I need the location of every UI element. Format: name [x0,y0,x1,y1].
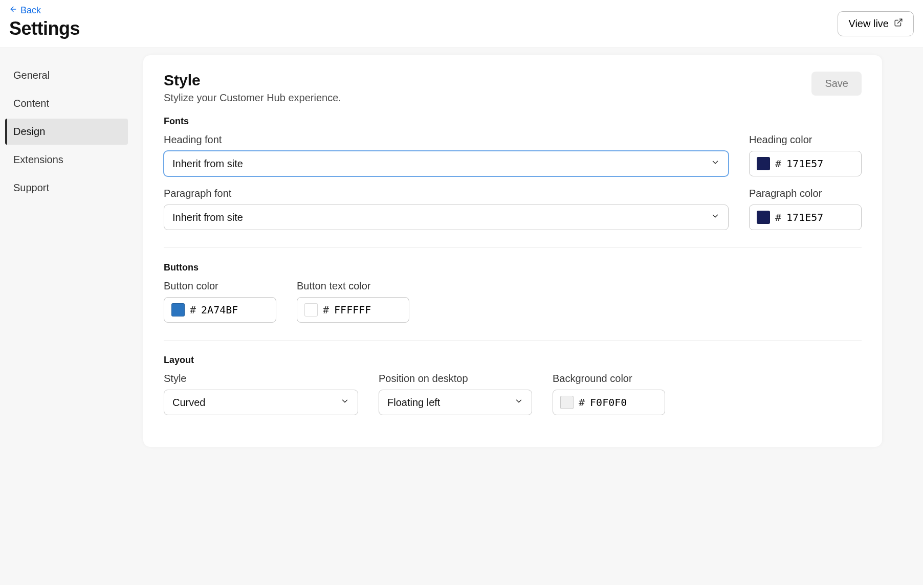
header-left: Back Settings [9,5,80,48]
arrow-left-icon [9,5,17,16]
background-color-value[interactable] [590,396,641,409]
sidebar: General Content Design Extensions Suppor… [0,48,133,585]
chevron-down-icon [711,212,720,223]
layout-position-label: Position on desktop [379,373,532,385]
heading-color-value[interactable] [786,157,838,170]
divider [164,340,862,341]
heading-color-input[interactable]: # [749,151,862,176]
heading-font-field: Heading font Inherit from site [164,134,729,176]
panel-title: Style [164,72,341,89]
button-color-field: Button color # [164,280,276,323]
main-area: Style Stylize your Customer Hub experien… [133,48,923,585]
panel-subtitle: Stylize your Customer Hub experience. [164,92,341,104]
button-color-swatch [171,303,185,316]
button-text-color-swatch [304,303,318,316]
background-color-field: Background color # [553,373,665,415]
panel-header: Style Stylize your Customer Hub experien… [164,72,862,104]
sidebar-item-design[interactable]: Design [5,119,128,145]
hash-symbol: # [579,396,585,409]
heading-font-value: Inherit from site [172,158,243,170]
paragraph-font-field: Paragraph font Inherit from site [164,188,729,230]
layout-position-field: Position on desktop Floating left [379,373,532,415]
hash-symbol: # [775,157,781,170]
button-text-color-input[interactable]: # [297,297,409,323]
heading-color-swatch [757,157,770,170]
hash-symbol: # [190,304,196,316]
sidebar-item-general[interactable]: General [5,62,128,88]
button-color-input[interactable]: # [164,297,276,323]
sidebar-item-support[interactable]: Support [5,175,128,201]
body: General Content Design Extensions Suppor… [0,48,923,585]
button-text-color-field: Button text color # [297,280,409,323]
background-color-input[interactable]: # [553,390,665,415]
fonts-section-label: Fonts [164,116,862,127]
layout-style-select[interactable]: Curved [164,390,358,415]
background-color-swatch [560,396,574,409]
layout-style-value: Curved [172,397,205,409]
page-title: Settings [9,18,80,39]
button-color-label: Button color [164,280,276,292]
divider [164,247,862,248]
layout-style-field: Style Curved [164,373,358,415]
layout-section-label: Layout [164,355,862,366]
paragraph-color-field: Paragraph color # [749,188,862,230]
sidebar-item-content[interactable]: Content [5,91,128,117]
layout-position-select[interactable]: Floating left [379,390,532,415]
paragraph-font-label: Paragraph font [164,188,729,199]
paragraph-font-select[interactable]: Inherit from site [164,205,729,230]
buttons-section-label: Buttons [164,262,862,273]
view-live-label: View live [848,18,889,30]
button-text-color-label: Button text color [297,280,409,292]
buttons-row: Button color # Button text color # [164,280,862,323]
paragraph-font-row: Paragraph font Inherit from site Paragra… [164,188,862,230]
heading-font-label: Heading font [164,134,729,146]
paragraph-font-value: Inherit from site [172,212,243,223]
view-live-button[interactable]: View live [838,11,914,36]
save-button[interactable]: Save [811,72,862,96]
paragraph-color-input[interactable]: # [749,205,862,230]
back-label: Back [20,5,41,16]
chevron-down-icon [514,397,523,409]
layout-style-label: Style [164,373,358,385]
panel-heading-block: Style Stylize your Customer Hub experien… [164,72,341,104]
sidebar-item-extensions[interactable]: Extensions [5,147,128,173]
hash-symbol: # [775,211,781,223]
chevron-down-icon [711,158,720,170]
button-color-value[interactable] [201,304,252,316]
button-text-color-value[interactable] [334,304,385,316]
heading-font-select[interactable]: Inherit from site [164,151,729,176]
heading-font-row: Heading font Inherit from site Heading c… [164,134,862,176]
paragraph-color-label: Paragraph color [749,188,862,199]
style-panel: Style Stylize your Customer Hub experien… [143,55,882,447]
background-color-label: Background color [553,373,665,385]
chevron-down-icon [340,397,349,409]
paragraph-color-swatch [757,211,770,224]
external-link-icon [894,18,903,30]
heading-color-label: Heading color [749,134,862,146]
layout-position-value: Floating left [387,397,440,409]
layout-row: Style Curved Position on desktop Floatin… [164,373,862,415]
hash-symbol: # [323,304,329,316]
paragraph-color-value[interactable] [786,211,838,223]
svg-line-1 [898,19,902,23]
heading-color-field: Heading color # [749,134,862,176]
back-link[interactable]: Back [9,5,80,16]
app-header: Back Settings View live [0,0,923,48]
